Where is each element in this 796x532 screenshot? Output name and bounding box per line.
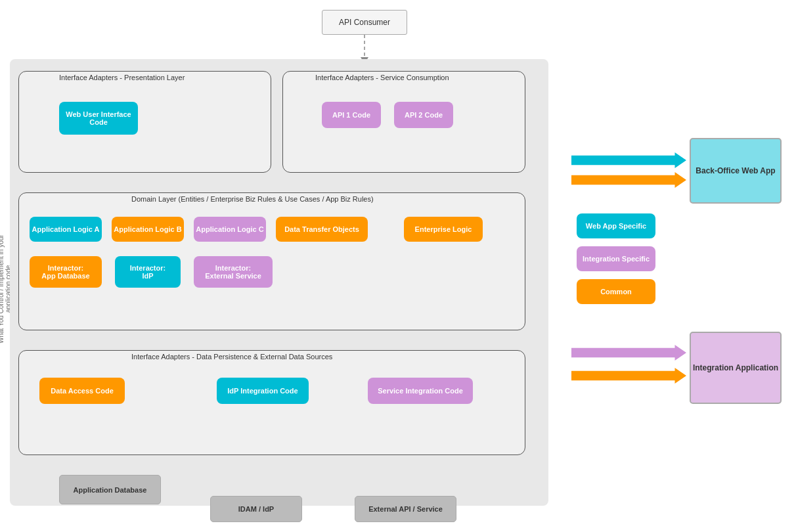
idam-box: IDAM / IdP	[210, 496, 302, 522]
interactor-ext-btn[interactable]: Interactor: External Service	[194, 256, 273, 288]
integration-app-box: Integration Application	[690, 332, 782, 404]
external-api-label: External API / Service	[368, 505, 443, 513]
web-ui-btn[interactable]: Web User Interface Code	[59, 102, 138, 135]
legend-web-app: Web App Specific	[577, 213, 655, 238]
pres-layer-box	[18, 71, 271, 173]
legend-common: Common	[577, 279, 655, 304]
integration-app-label: Integration Application	[693, 363, 778, 372]
dto-btn[interactable]: Data Transfer Objects	[276, 217, 368, 242]
data-access-btn[interactable]: Data Access Code	[39, 378, 125, 404]
arrow-teal-right	[571, 152, 686, 168]
back-office-label: Back-Office Web App	[696, 166, 775, 175]
diagram-container: API Consumer What You Control / Implemen…	[0, 0, 796, 532]
app-logic-b-btn[interactable]: Application Logic B	[112, 217, 184, 242]
interactor-db-btn[interactable]: Interactor: App Database	[30, 256, 102, 288]
legend-integration: Integration Specific	[577, 246, 655, 271]
app-db-label: Application Database	[74, 486, 147, 494]
interactor-idp-btn[interactable]: Interactor: IdP	[115, 256, 181, 288]
app-logic-c-btn[interactable]: Application Logic C	[194, 217, 266, 242]
enterprise-btn[interactable]: Enterprise Logic	[404, 217, 483, 242]
api2-btn[interactable]: API 2 Code	[394, 102, 453, 128]
api1-btn[interactable]: API 1 Code	[322, 102, 381, 128]
app-db-box: Application Database	[59, 475, 161, 504]
pres-layer-title: Interface Adapters - Presentation Layer	[59, 74, 185, 81]
arrow-orange-right-bot	[571, 368, 686, 384]
external-api-box: External API / Service	[355, 496, 456, 522]
side-label: What You Control / Implement in your app…	[0, 223, 9, 355]
service-cons-title: Interface Adapters - Service Consumption	[315, 74, 449, 81]
persistence-title: Interface Adapters - Data Persistence & …	[131, 353, 332, 361]
api-consumer-box: API Consumer	[322, 10, 407, 35]
arrow-orange-right-top	[571, 172, 686, 188]
service-integration-btn[interactable]: Service Integration Code	[368, 378, 473, 404]
app-logic-a-btn[interactable]: Application Logic A	[30, 217, 102, 242]
api-consumer-label: API Consumer	[339, 18, 390, 27]
domain-title: Domain Layer (Entities / Enterprise Biz …	[131, 195, 374, 203]
back-office-box: Back-Office Web App	[690, 138, 782, 204]
idam-label: IDAM / IdP	[238, 505, 274, 513]
idp-integration-btn[interactable]: IdP Integration Code	[217, 378, 309, 404]
arrow-purple-right	[571, 345, 686, 361]
